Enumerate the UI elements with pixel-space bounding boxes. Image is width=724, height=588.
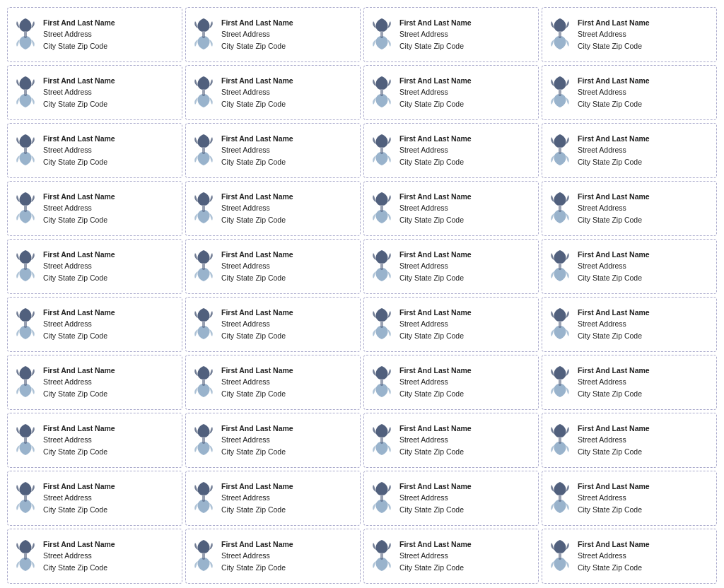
label-address-block: First And Last NameStreet AddressCity St…	[43, 481, 115, 515]
svg-rect-33	[202, 495, 205, 502]
label-city-state-zip: City State Zip Code	[578, 41, 650, 52]
decorative-flourish-icon	[368, 248, 395, 285]
label-address-block: First And Last NameStreet AddressCity St…	[399, 192, 472, 225]
label-recipient-name: First And Last Name	[221, 423, 293, 434]
decorative-flourish-icon	[12, 306, 39, 343]
decorative-flourish-icon	[12, 538, 39, 575]
label-city-state-zip: City State Zip Code	[399, 99, 472, 110]
decorative-flourish-icon	[368, 422, 395, 459]
svg-rect-10	[380, 147, 383, 154]
label-street-address: Street Address	[399, 261, 472, 271]
label-street-address: Street Address	[43, 319, 115, 329]
label-address-block: First And Last NameStreet AddressCity St…	[43, 423, 115, 457]
label-cell: First And Last NameStreet AddressCity St…	[185, 7, 361, 62]
svg-rect-31	[559, 437, 561, 444]
decorative-flourish-icon	[547, 74, 573, 111]
svg-rect-23	[559, 321, 561, 328]
svg-rect-36	[24, 553, 27, 560]
svg-rect-32	[24, 495, 27, 502]
label-city-state-zip: City State Zip Code	[578, 157, 650, 167]
label-cell: First And Last NameStreet AddressCity St…	[7, 471, 182, 526]
label-address-block: First And Last NameStreet AddressCity St…	[578, 249, 650, 283]
label-city-state-zip: City State Zip Code	[43, 389, 115, 399]
decorative-flourish-icon	[547, 190, 573, 227]
svg-rect-22	[380, 321, 383, 328]
label-city-state-zip: City State Zip Code	[221, 41, 293, 52]
svg-rect-1	[202, 31, 205, 38]
label-address-block: First And Last NameStreet AddressCity St…	[399, 481, 472, 515]
svg-rect-35	[559, 495, 561, 502]
label-address-block: First And Last NameStreet AddressCity St…	[221, 18, 293, 52]
label-city-state-zip: City State Zip Code	[221, 389, 293, 399]
svg-rect-5	[202, 89, 205, 96]
label-recipient-name: First And Last Name	[399, 481, 472, 492]
label-cell: First And Last NameStreet AddressCity St…	[363, 65, 539, 120]
label-street-address: Street Address	[43, 435, 115, 445]
label-address-block: First And Last NameStreet AddressCity St…	[43, 307, 115, 341]
label-street-address: Street Address	[43, 145, 115, 155]
label-recipient-name: First And Last Name	[221, 249, 293, 260]
decorative-flourish-icon	[368, 538, 395, 575]
label-recipient-name: First And Last Name	[43, 539, 115, 550]
label-cell: First And Last NameStreet AddressCity St…	[542, 413, 717, 468]
label-cell: First And Last NameStreet AddressCity St…	[7, 529, 182, 584]
label-city-state-zip: City State Zip Code	[578, 215, 650, 225]
label-cell: First And Last NameStreet AddressCity St…	[185, 529, 361, 584]
label-city-state-zip: City State Zip Code	[43, 331, 115, 341]
label-recipient-name: First And Last Name	[43, 365, 115, 376]
label-recipient-name: First And Last Name	[399, 18, 472, 28]
decorative-flourish-icon	[190, 248, 217, 285]
label-street-address: Street Address	[221, 87, 293, 98]
svg-rect-8	[24, 147, 27, 154]
label-address-block: First And Last NameStreet AddressCity St…	[221, 365, 293, 399]
label-cell: First And Last NameStreet AddressCity St…	[363, 471, 539, 526]
decorative-flourish-icon	[547, 538, 573, 575]
label-recipient-name: First And Last Name	[578, 481, 650, 492]
label-city-state-zip: City State Zip Code	[399, 41, 472, 52]
label-recipient-name: First And Last Name	[399, 423, 472, 434]
label-address-block: First And Last NameStreet AddressCity St…	[578, 192, 650, 225]
label-city-state-zip: City State Zip Code	[221, 331, 293, 341]
label-city-state-zip: City State Zip Code	[43, 99, 115, 110]
decorative-flourish-icon	[12, 480, 39, 517]
label-city-state-zip: City State Zip Code	[43, 505, 115, 515]
label-recipient-name: First And Last Name	[578, 307, 650, 318]
label-address-block: First And Last NameStreet AddressCity St…	[43, 18, 115, 52]
label-recipient-name: First And Last Name	[43, 423, 115, 434]
label-address-block: First And Last NameStreet AddressCity St…	[43, 365, 115, 399]
label-cell: First And Last NameStreet AddressCity St…	[185, 123, 361, 178]
decorative-flourish-icon	[368, 16, 395, 53]
label-recipient-name: First And Last Name	[43, 18, 115, 28]
svg-rect-29	[202, 437, 205, 444]
label-city-state-zip: City State Zip Code	[578, 505, 650, 515]
label-recipient-name: First And Last Name	[399, 134, 472, 144]
label-cell: First And Last NameStreet AddressCity St…	[363, 239, 539, 294]
label-address-block: First And Last NameStreet AddressCity St…	[43, 249, 115, 283]
decorative-flourish-icon	[190, 16, 217, 53]
label-street-address: Street Address	[399, 203, 472, 213]
label-street-address: Street Address	[221, 435, 293, 445]
label-street-address: Street Address	[221, 145, 293, 155]
label-street-address: Street Address	[43, 261, 115, 271]
label-address-block: First And Last NameStreet AddressCity St…	[578, 134, 650, 167]
label-city-state-zip: City State Zip Code	[43, 273, 115, 283]
label-recipient-name: First And Last Name	[399, 76, 472, 86]
decorative-flourish-icon	[12, 74, 39, 111]
label-city-state-zip: City State Zip Code	[221, 447, 293, 457]
label-address-block: First And Last NameStreet AddressCity St…	[399, 365, 472, 399]
label-cell: First And Last NameStreet AddressCity St…	[542, 65, 717, 120]
label-street-address: Street Address	[221, 261, 293, 271]
label-cell: First And Last NameStreet AddressCity St…	[363, 123, 539, 178]
svg-rect-39	[559, 553, 561, 560]
label-address-block: First And Last NameStreet AddressCity St…	[399, 423, 472, 457]
svg-rect-0	[24, 31, 27, 38]
label-city-state-zip: City State Zip Code	[399, 389, 472, 399]
label-recipient-name: First And Last Name	[221, 76, 293, 86]
label-street-address: Street Address	[221, 551, 293, 561]
label-cell: First And Last NameStreet AddressCity St…	[542, 7, 717, 62]
svg-rect-20	[24, 321, 27, 328]
label-cell: First And Last NameStreet AddressCity St…	[542, 297, 717, 352]
label-city-state-zip: City State Zip Code	[221, 215, 293, 225]
label-address-block: First And Last NameStreet AddressCity St…	[221, 423, 293, 457]
decorative-flourish-icon	[190, 74, 217, 111]
